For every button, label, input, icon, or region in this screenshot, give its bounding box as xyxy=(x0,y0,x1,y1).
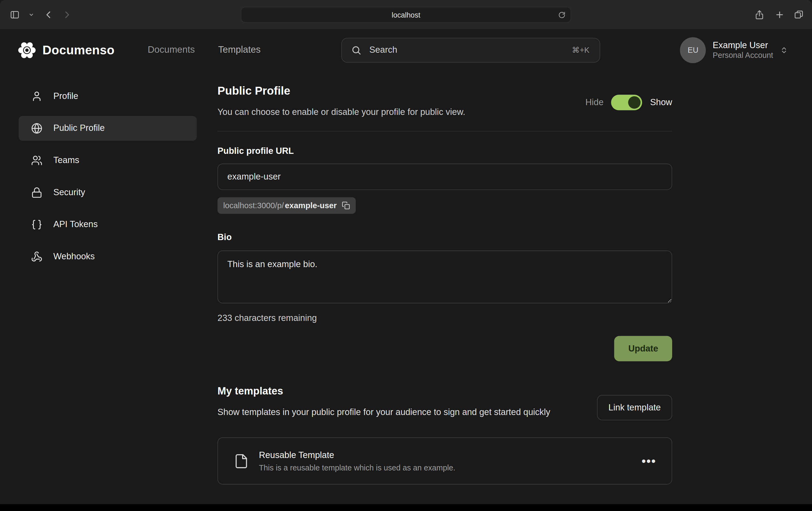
new-tab-icon[interactable] xyxy=(772,7,787,22)
sidebar-item-security[interactable]: Security xyxy=(19,180,197,205)
link-template-button[interactable]: Link template xyxy=(597,395,672,420)
users-icon xyxy=(31,155,42,166)
url-preview-prefix: localhost:3000/p/ xyxy=(223,201,284,210)
template-description: This is a reusable template which is use… xyxy=(259,463,455,472)
sidebar-item-webhooks[interactable]: Webhooks xyxy=(19,244,197,269)
url-preview-pill: localhost:3000/p/ example-user xyxy=(218,197,356,214)
sidebar-item-label: Public Profile xyxy=(53,123,105,133)
sidebar-item-teams[interactable]: Teams xyxy=(19,148,197,173)
user-meta: Example User Personal Account xyxy=(713,39,773,60)
user-icon xyxy=(31,91,42,102)
back-icon[interactable] xyxy=(41,7,56,22)
divider xyxy=(218,131,672,131)
sidebar-item-label: API Tokens xyxy=(53,219,98,230)
sidebar-item-label: Profile xyxy=(53,91,78,101)
visibility-controls: Hide Show xyxy=(585,95,672,110)
sidebar-toggle-icon[interactable] xyxy=(7,7,22,22)
main-nav: Documents Templates xyxy=(148,44,261,55)
sidebar-item-label: Webhooks xyxy=(53,251,95,262)
app-window: localhost Docume xyxy=(0,0,812,511)
tab-overview-icon[interactable] xyxy=(791,7,806,22)
characters-remaining: 233 characters remaining xyxy=(218,313,672,323)
sidebar-item-label: Security xyxy=(53,187,85,198)
hide-label: Hide xyxy=(585,97,604,108)
globe-icon xyxy=(31,123,42,134)
url-preview-slug: example-user xyxy=(285,201,337,210)
documenso-logo-icon xyxy=(17,40,37,60)
global-search[interactable]: ⌘+K xyxy=(341,37,600,62)
share-icon[interactable] xyxy=(752,7,766,22)
browser-toolbar: localhost xyxy=(0,0,812,29)
user-account-type: Personal Account xyxy=(713,51,773,60)
bio-field-label: Bio xyxy=(218,233,672,243)
settings-sidebar: Profile Public Profile Teams Security AP… xyxy=(19,84,197,276)
chevrons-up-down-icon xyxy=(780,46,788,54)
search-icon xyxy=(351,45,361,55)
template-card: Reusable Template This is a reusable tem… xyxy=(218,438,672,484)
public-profile-url-input[interactable] xyxy=(218,163,672,190)
public-profile-panel: Public Profile You can choose to enable … xyxy=(218,83,672,484)
address-bar-text: localhost xyxy=(392,10,420,19)
my-templates-description: Show templates in your public profile fo… xyxy=(218,406,550,419)
nav-templates[interactable]: Templates xyxy=(218,44,260,55)
brand[interactable]: Documenso xyxy=(17,40,114,60)
webhook-icon xyxy=(31,251,42,263)
profile-visibility-toggle[interactable] xyxy=(611,95,642,110)
content: Profile Public Profile Teams Security AP… xyxy=(0,71,812,505)
show-label: Show xyxy=(650,97,672,108)
toggle-knob xyxy=(628,96,641,109)
bottom-strip xyxy=(0,504,812,511)
reload-icon[interactable] xyxy=(557,10,567,20)
brand-name: Documenso xyxy=(42,43,114,57)
app-header: Documenso Documents Templates ⌘+K EU Exa… xyxy=(0,29,812,71)
url-field-label: Public profile URL xyxy=(218,146,672,156)
page-title: Public Profile xyxy=(218,83,465,99)
file-icon xyxy=(233,453,249,469)
sidebar-item-api-tokens[interactable]: API Tokens xyxy=(19,212,197,237)
user-name: Example User xyxy=(713,39,773,51)
my-templates-title: My templates xyxy=(218,385,550,397)
chevron-down-icon[interactable] xyxy=(24,7,38,22)
address-bar[interactable]: localhost xyxy=(241,7,571,23)
ellipsis-icon[interactable]: ••• xyxy=(642,455,656,467)
nav-documents[interactable]: Documents xyxy=(148,44,195,55)
update-button[interactable]: Update xyxy=(614,336,672,361)
search-shortcut: ⌘+K xyxy=(572,46,590,55)
template-name: Reusable Template xyxy=(259,450,455,460)
sidebar-item-profile[interactable]: Profile xyxy=(19,84,197,109)
braces-icon xyxy=(31,219,42,230)
avatar[interactable]: EU xyxy=(680,37,706,63)
forward-icon xyxy=(59,7,74,22)
search-input[interactable] xyxy=(369,44,565,56)
sidebar-item-label: Teams xyxy=(53,155,79,166)
bio-textarea[interactable]: This is an example bio. xyxy=(218,251,672,303)
lock-icon xyxy=(31,187,42,198)
page-subtitle: You can choose to enable or disable your… xyxy=(218,106,465,118)
sidebar-item-public-profile[interactable]: Public Profile xyxy=(19,116,197,141)
copy-icon[interactable] xyxy=(342,202,350,210)
user-menu[interactable]: EU Example User Personal Account xyxy=(680,37,788,63)
